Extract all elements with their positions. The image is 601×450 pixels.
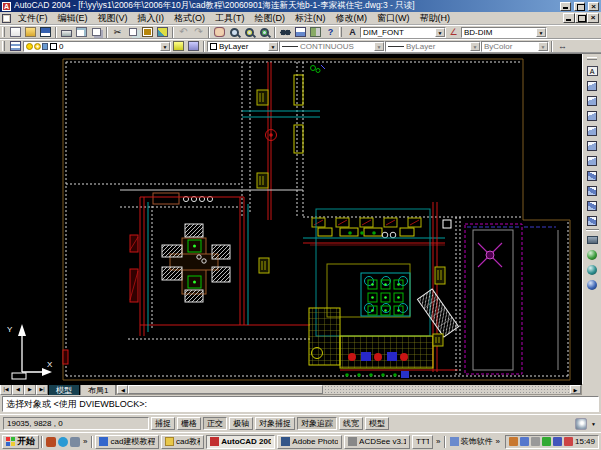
- redo-button[interactable]: [191, 26, 206, 39]
- menu-format[interactable]: 格式(O): [169, 12, 210, 25]
- tray-icon-6[interactable]: [564, 437, 573, 446]
- properties-button[interactable]: [293, 26, 308, 39]
- menu-view[interactable]: 视图(V): [93, 12, 133, 25]
- se-isometric-button[interactable]: [584, 183, 601, 198]
- restore-button[interactable]: [574, 2, 585, 11]
- toggle-otrack[interactable]: 对象追踪: [297, 417, 337, 430]
- text-style-combo[interactable]: DIM_FONT: [360, 27, 446, 38]
- drawing-canvas[interactable]: Y X: [0, 54, 582, 385]
- desk-band[interactable]: 装饰软件 »: [448, 436, 503, 447]
- 3d-continuous-orbit-button[interactable]: [584, 262, 601, 277]
- minimize-button[interactable]: [560, 2, 571, 11]
- menu-edit[interactable]: 编辑(E): [53, 12, 93, 25]
- back-view-button[interactable]: [584, 153, 601, 168]
- menu-dimension[interactable]: 标注(N): [290, 12, 331, 25]
- sw-isometric-button[interactable]: [584, 168, 601, 183]
- menu-window[interactable]: 窗口(W): [372, 12, 415, 25]
- close-button[interactable]: [588, 2, 599, 11]
- quicklaunch-overflow-chevron[interactable]: »: [82, 437, 88, 446]
- chevron-down-icon[interactable]: [374, 42, 384, 51]
- dim-style-combo[interactable]: BD-DIM: [461, 27, 547, 38]
- toggle-grid[interactable]: 栅格: [177, 417, 201, 430]
- open-button[interactable]: [23, 26, 38, 39]
- quicklaunch-icon-1[interactable]: [46, 437, 56, 447]
- coordinate-readout[interactable]: 19035, 9828 , 0: [3, 417, 149, 430]
- scroll-left-icon[interactable]: ◀: [117, 385, 128, 394]
- toolbar-grip[interactable]: [2, 27, 5, 37]
- color-combo[interactable]: ByLayer: [207, 41, 279, 52]
- save-button[interactable]: [38, 26, 53, 39]
- toolbar-grip[interactable]: [339, 27, 342, 37]
- toolbar-grip[interactable]: [2, 41, 5, 51]
- task-photoshop[interactable]: Adobe Photo...: [277, 435, 342, 449]
- tasks-overflow-chevron[interactable]: »: [435, 437, 441, 446]
- menu-help[interactable]: 帮助(H): [415, 12, 456, 25]
- make-object-layer-current-button[interactable]: [171, 40, 186, 53]
- task-ttt[interactable]: TTT: [412, 435, 433, 449]
- horizontal-scrollbar[interactable]: ◀ ▶: [116, 384, 582, 395]
- menu-tools[interactable]: 工具(T): [210, 12, 250, 25]
- 3d-orbit-button[interactable]: [584, 247, 601, 262]
- help-button[interactable]: [323, 26, 338, 39]
- tab-model[interactable]: 模型: [48, 384, 80, 395]
- toggle-ortho[interactable]: 正交: [203, 417, 227, 430]
- drawing-doc-icon[interactable]: [2, 14, 11, 23]
- plot-style-combo[interactable]: ByColor: [481, 41, 549, 52]
- chevron-down-icon[interactable]: [538, 42, 548, 51]
- camera-button[interactable]: [584, 232, 601, 247]
- pan-realtime-button[interactable]: [212, 26, 227, 39]
- linetype-combo[interactable]: CONTINUOUS: [279, 41, 385, 52]
- zoom-realtime-button[interactable]: [227, 26, 242, 39]
- start-button[interactable]: 开始: [2, 435, 39, 449]
- named-views-button[interactable]: [584, 63, 601, 78]
- task-acdsee[interactable]: ACDSee v3.1...: [344, 435, 410, 449]
- designcenter-button[interactable]: [308, 26, 323, 39]
- previous-tab-button[interactable]: [12, 384, 24, 395]
- scroll-right-icon[interactable]: ▶: [570, 385, 581, 394]
- front-view-button[interactable]: [584, 138, 601, 153]
- next-tab-button[interactable]: [24, 384, 36, 395]
- first-tab-button[interactable]: [0, 384, 12, 395]
- dim-style-button[interactable]: [446, 26, 461, 39]
- tab-layout1[interactable]: 布局1: [80, 384, 116, 395]
- tray-icon-1[interactable]: [509, 437, 518, 446]
- last-tab-button[interactable]: [36, 384, 48, 395]
- doc-restore-button[interactable]: [575, 13, 587, 23]
- doc-close-button[interactable]: [587, 13, 599, 23]
- tray-icon-4[interactable]: [542, 437, 551, 446]
- communication-center-icon[interactable]: [575, 418, 587, 430]
- layer-previous-button[interactable]: [186, 40, 201, 53]
- publish-button[interactable]: [89, 26, 104, 39]
- lineweight-combo[interactable]: ByLayer: [385, 41, 481, 52]
- task-cad-folder[interactable]: cad教程: [161, 435, 204, 449]
- layer-combo[interactable]: 0: [23, 41, 171, 52]
- bottom-view-button[interactable]: [584, 93, 601, 108]
- toggle-snap[interactable]: 捕捉: [151, 417, 175, 430]
- menu-insert[interactable]: 插入(I): [133, 12, 170, 25]
- chevron-down-icon[interactable]: [435, 28, 445, 37]
- doc-minimize-button[interactable]: [563, 13, 575, 23]
- chevron-down-icon[interactable]: [268, 42, 278, 51]
- plot-preview-button[interactable]: [74, 26, 89, 39]
- toggle-lineweight[interactable]: 线宽: [339, 417, 363, 430]
- deskband-overflow-chevron[interactable]: »: [495, 437, 501, 446]
- toggle-model[interactable]: 模型: [365, 417, 389, 430]
- top-view-button[interactable]: [584, 78, 601, 93]
- undo-button[interactable]: [176, 26, 191, 39]
- zoom-previous-button[interactable]: [257, 26, 272, 39]
- chevron-down-icon[interactable]: [536, 28, 546, 37]
- match-properties-button[interactable]: [155, 26, 170, 39]
- tray-icon-3[interactable]: [531, 437, 540, 446]
- quicklaunch-icon-3[interactable]: [70, 437, 80, 447]
- task-cad-video[interactable]: cad建模教程...: [95, 435, 159, 449]
- tray-icon-2[interactable]: [520, 437, 529, 446]
- ne-isometric-button[interactable]: [584, 198, 601, 213]
- toggle-osnap[interactable]: 对象捕捉: [255, 417, 295, 430]
- status-tray-menu-icon[interactable]: [589, 421, 598, 427]
- plot-button[interactable]: [59, 26, 74, 39]
- new-button[interactable]: [8, 26, 23, 39]
- menu-modify[interactable]: 修改(M): [331, 12, 373, 25]
- chevron-down-icon[interactable]: [160, 42, 170, 51]
- toolbar-grip[interactable]: [587, 57, 597, 60]
- command-line-input[interactable]: 选择对象或 <使用 DVIEWBLOCK>:: [2, 396, 599, 412]
